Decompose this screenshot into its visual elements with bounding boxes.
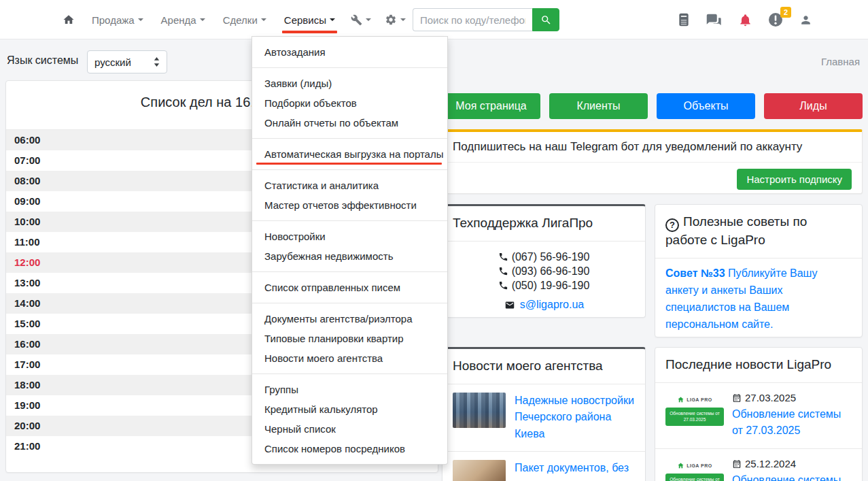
top-navbar: Продажа Аренда Сделки Сервисы ? — [0, 0, 868, 39]
gear-icon — [385, 14, 397, 26]
news-link[interactable]: Надежные новостройки Печерского района К… — [515, 393, 635, 443]
thumb-caption: Обновление системы от 27.03.2025 — [665, 408, 724, 427]
phone-icon — [498, 266, 508, 276]
clients-button[interactable]: Клиенты — [549, 93, 648, 119]
settings-menu[interactable] — [378, 0, 413, 39]
support-card-body: (067) 56-96-190 (093) 66-96-190 (050) 19… — [442, 242, 645, 318]
time-label: 15:00 — [14, 318, 40, 329]
chat-icon — [706, 13, 723, 27]
news-item-content: 27.03.2025 Обновление системы от 27.03.2… — [732, 392, 852, 440]
support-phone: (067) 56-96-190 — [449, 250, 638, 264]
search-bar — [413, 8, 559, 31]
telegram-banner: Подпишитесь на наш Telegram бот для увед… — [442, 129, 863, 194]
nav-item-label: Сделки — [223, 14, 258, 26]
time-label: 17:00 — [14, 359, 40, 370]
leads-button[interactable]: Лиды — [764, 93, 863, 119]
chevron-down-icon — [138, 18, 143, 21]
news-thumbnail-logo[interactable]: LIGA PRO Обновление системы от 25.12.202… — [665, 458, 724, 481]
menu-item-dokumenty[interactable]: Документы агентства/риэлтора — [252, 309, 447, 329]
services-dropdown-menu: Автозадания Заявки (лиды) Подборки объек… — [251, 36, 448, 465]
news-item: Пакет документов, без которых нельзя про… — [442, 451, 645, 481]
objects-button[interactable]: Объекты — [657, 93, 755, 119]
news-date: 27.03.2025 — [732, 392, 852, 403]
nav-item-prodazha[interactable]: Продажа — [83, 0, 152, 39]
news-link[interactable]: Пакет документов, без которых нельзя про… — [515, 460, 635, 481]
tips-card-body: Совет №33 Публикуйте Вашу анкету и анкет… — [655, 259, 862, 337]
menu-divider — [252, 138, 447, 139]
menu-item-tipovye-planirovki[interactable]: Типовые планировки квартир — [252, 329, 447, 348]
tools-menu[interactable] — [344, 0, 378, 39]
news-item: Надежные новостройки Печерского района К… — [442, 384, 645, 451]
menu-item-autozadaniya[interactable]: Автозадания — [252, 42, 447, 62]
house-logo-icon — [677, 396, 684, 403]
language-select[interactable]: русский — [87, 50, 167, 73]
bell-icon — [739, 13, 752, 27]
menu-item-zarubezhnaya[interactable]: Зарубежная недвижимость — [252, 246, 447, 266]
menu-item-kreditny-kalkulyator[interactable]: Кредитный калькулятор — [252, 399, 447, 419]
menu-item-cherny-spisok[interactable]: Черный список — [252, 419, 447, 439]
search-input[interactable] — [413, 8, 532, 31]
date-text: 27.03.2025 — [745, 392, 796, 403]
notifications-button[interactable] — [739, 13, 752, 27]
configure-subscription-button[interactable]: Настроить подписку — [737, 169, 852, 190]
envelope-icon — [504, 300, 516, 310]
nav-item-arenda[interactable]: Аренда — [152, 0, 214, 39]
journal-button[interactable] — [678, 13, 690, 27]
news-thumbnail-meeting[interactable] — [453, 460, 506, 481]
menu-item-podborki[interactable]: Подборки объектов — [252, 93, 447, 113]
time-label: 19:00 — [14, 399, 40, 411]
agency-news-card: Новости моего агентства Надежные новостр… — [442, 347, 646, 481]
time-label: 07:00 — [14, 154, 40, 166]
calendar-icon — [732, 459, 742, 469]
home-icon[interactable] — [54, 14, 83, 26]
search-button[interactable] — [532, 8, 559, 31]
agency-news-title: Новости моего агентства — [442, 349, 645, 384]
time-label: 10:00 — [14, 216, 40, 227]
menu-item-gruppy[interactable]: Группы — [252, 380, 447, 399]
news-item-content: 25.12.2024 Обновление системы от 25.12.2… — [732, 458, 852, 481]
updown-arrows-icon — [154, 57, 160, 67]
menu-item-spisok-pisem[interactable]: Список отправленных писем — [252, 278, 447, 297]
chevron-down-icon — [400, 18, 406, 21]
menu-item-statistika[interactable]: Статистика и аналитика — [252, 176, 447, 195]
menu-item-onlayn-otchety[interactable]: Онлайн отчеты по объектам — [252, 113, 447, 133]
my-page-button[interactable]: Моя страница — [442, 93, 540, 119]
breadcrumb: Главная — [821, 56, 860, 67]
menu-item-novostroyki[interactable]: Новостройки — [252, 227, 447, 246]
menu-item-zayavki[interactable]: Заявки (лиды) — [252, 73, 447, 93]
menu-item-master-otchetov[interactable]: Мастер отчетов эффективности — [252, 195, 447, 215]
tips-card-title: ?Полезные советы по работе с LigaPro — [655, 205, 862, 259]
tips-title-text: Полезные советы по работе с LigaPro — [665, 214, 807, 247]
chevron-down-icon — [200, 18, 205, 21]
profile-button[interactable] — [799, 14, 812, 27]
time-label: 13:00 — [14, 277, 40, 288]
time-label: 06:00 — [14, 134, 40, 146]
nav-item-label: Аренда — [161, 14, 196, 26]
alerts-button[interactable]: 2 — [768, 12, 783, 27]
menu-divider — [252, 169, 447, 170]
news-link[interactable]: Обновление системы от 25.12.2024 — [732, 472, 852, 481]
news-thumbnail-city[interactable] — [453, 393, 506, 428]
support-phone: (093) 66-96-190 — [449, 264, 638, 278]
news-item: LIGA PRO Обновление системы от 27.03.202… — [655, 383, 862, 449]
menu-item-novosti-agentstva[interactable]: Новости моего агентства — [252, 348, 447, 368]
wrench-icon — [351, 14, 362, 26]
messages-button[interactable] — [706, 13, 723, 27]
nav-item-sdelki[interactable]: Сделки — [214, 0, 275, 39]
nav-menu: Продажа Аренда Сделки Сервисы ? — [54, 0, 442, 39]
support-email-link[interactable]: s@ligapro.ua — [520, 299, 585, 310]
alert-count-badge: 2 — [780, 7, 791, 18]
thumb-caption: Обновление системы от 25.12.2024 — [665, 474, 724, 481]
time-label: 09:00 — [14, 195, 40, 207]
nav-item-servisy[interactable]: Сервисы — [275, 0, 344, 39]
menu-item-spisok-posrednikov[interactable]: Список номеров посредников — [252, 439, 447, 459]
ligapro-logo: LIGA PRO — [665, 396, 724, 403]
news-thumbnail-logo[interactable]: LIGA PRO Обновление системы от 27.03.202… — [665, 392, 724, 440]
time-label: 18:00 — [14, 379, 40, 391]
news-link[interactable]: Обновление системы от 27.03.2025 — [732, 406, 852, 440]
time-label: 16:00 — [14, 338, 40, 350]
menu-item-avtomaticheskaya-vygruzka[interactable]: Автоматическая выгрузка на порталы — [252, 144, 447, 164]
support-email-row: s@ligapro.ua — [449, 299, 638, 311]
time-label: 21:00 — [14, 440, 40, 452]
menu-divider — [252, 303, 447, 303]
